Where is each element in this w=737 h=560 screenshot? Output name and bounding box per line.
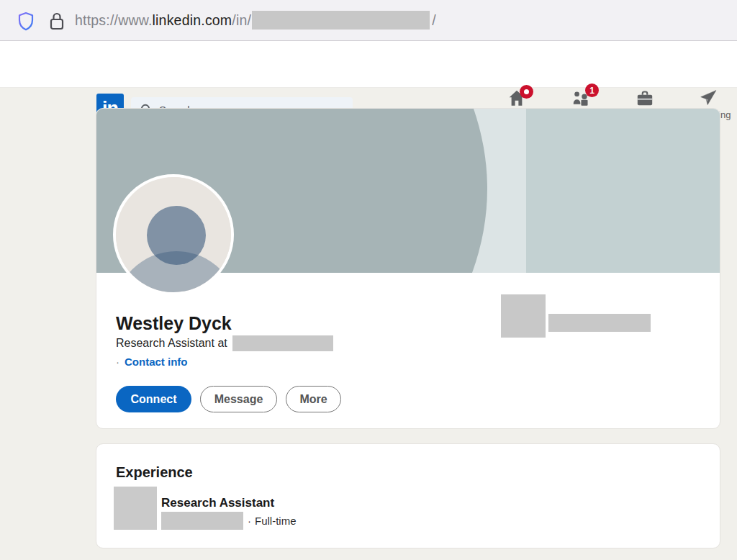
- more-button[interactable]: More: [286, 386, 341, 412]
- headline-company-redacted: [232, 335, 333, 351]
- url-suffix: /: [432, 12, 436, 29]
- url-redacted-segment: [252, 11, 430, 30]
- url-text[interactable]: https://www.linkedin.com/in//: [75, 0, 436, 40]
- experience-section-title: Experience: [116, 464, 193, 481]
- current-company-name-redacted[interactable]: [548, 314, 651, 332]
- contact-info-link[interactable]: Contact info: [125, 356, 188, 368]
- connect-button[interactable]: Connect: [116, 386, 191, 412]
- message-button[interactable]: Message: [200, 386, 277, 412]
- url-domain: linkedin.com: [153, 12, 232, 29]
- experience-company-name-redacted: [161, 512, 243, 530]
- experience-company-logo-redacted[interactable]: [114, 487, 157, 530]
- experience-separator: ·: [248, 515, 251, 527]
- url-path: /in/: [232, 12, 251, 29]
- linkedin-navbar: in Home: [0, 41, 737, 88]
- profile-name: Westley Dyck: [116, 313, 232, 334]
- tracking-protection-shield-icon[interactable]: [17, 12, 35, 31]
- experience-role: Research Assistant: [161, 496, 274, 510]
- current-company-logo-redacted[interactable]: [501, 294, 546, 338]
- profile-avatar[interactable]: [113, 174, 234, 295]
- experience-employment-type: Full-time: [255, 515, 297, 527]
- url-scheme: https://www.: [75, 12, 153, 29]
- experience-card: Experience Research Assistant · Full-tim…: [96, 443, 720, 548]
- lock-icon[interactable]: [48, 11, 66, 31]
- profile-actions: Connect Message More: [116, 386, 341, 412]
- contact-separator: ·: [116, 356, 119, 368]
- profile-card: Westley Dyck Research Assistant at · Con…: [96, 108, 720, 429]
- my-network-badge: 1: [585, 83, 599, 97]
- default-avatar-ghost-icon: [116, 177, 234, 295]
- contact-info-row: · Contact info: [116, 353, 188, 369]
- messaging-icon: [699, 89, 718, 107]
- profile-headline: Research Assistant at: [116, 335, 333, 351]
- screen: https://www.linkedin.com/in// in Home: [0, 0, 737, 560]
- home-notification-badge: [520, 85, 533, 99]
- jobs-icon: [636, 89, 654, 107]
- headline-text: Research Assistant at: [116, 337, 227, 350]
- experience-meta-row: · Full-time: [161, 512, 297, 530]
- browser-address-bar[interactable]: https://www.linkedin.com/in//: [0, 0, 737, 41]
